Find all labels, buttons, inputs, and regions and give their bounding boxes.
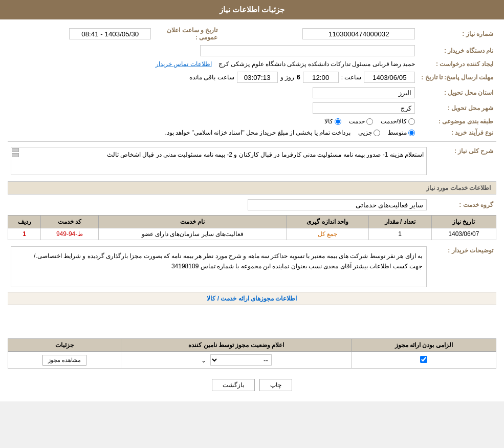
goruh-label: گروه خدمت : <box>430 197 496 212</box>
col-unit: واحد اندازه گیری <box>287 216 368 228</box>
mojoz-header-row: الزامی بودن ارائه مجوز اعلام وضعیت مجوز … <box>8 339 496 352</box>
info-table: شماره نیاز : تاریخ و ساعت اعلان عمومی : … <box>8 25 496 138</box>
radio-khedmat[interactable]: خدمت <box>349 118 373 125</box>
sharh-wrapper: استعلام هزینه 1- صدور بیمه نامه مسئولیت … <box>11 147 427 175</box>
radio-motevaset[interactable]: متوسط <box>388 129 415 136</box>
ostan-label: استان محل تحویل : <box>418 85 496 100</box>
shahr-input[interactable] <box>313 102 415 114</box>
cell-eslam: -- ⌄ <box>121 352 352 369</box>
cell-joziat: مشاهده مجوز <box>8 352 121 369</box>
ettelaat-link[interactable]: اطلاعات تماس خریدار <box>156 60 212 68</box>
cell-elzami <box>352 352 496 369</box>
bazgasht-button[interactable]: بازگشت <box>212 379 255 391</box>
row-goruh: گروه خدمت : <box>8 197 496 212</box>
col-joziat: جزئیات <box>8 339 121 352</box>
empty-area <box>8 308 496 338</box>
cell-radif: 1 <box>8 228 41 240</box>
shahr-label: شهر محل تحویل : <box>418 100 496 116</box>
col-elzami: الزامی بودن ارائه مجوز <box>352 339 496 352</box>
row-namdastgah: نام دستگاه خریدار : دانشکده پزشکی دانشگا… <box>8 43 496 58</box>
baghimande-label: ساعت باقی مانده <box>189 74 234 81</box>
radio-kala[interactable]: کالا <box>324 118 341 125</box>
cell-tarikh: 1403/06/07 <box>431 228 496 240</box>
tarikh-label: تاریخ و ساعت اعلان عمومی : <box>167 27 217 41</box>
tabaqe-label: طبقه بندی موضوعی : <box>418 116 496 127</box>
view-mojoz-button[interactable]: مشاهده مجوز <box>42 355 86 366</box>
footer-buttons: چاپ بازگشت <box>8 374 496 396</box>
tarikh-input[interactable] <box>69 28 151 39</box>
purchase-type-row: متوسط جزیی پرداخت تمام یا بخشی از مبلغ خ… <box>11 129 415 136</box>
ijad-value: حمید رضا قربانی مسئول تدارکات دانشکده پز… <box>218 60 415 68</box>
elzami-checkbox[interactable] <box>420 356 427 363</box>
col-kod: کد خدمت <box>41 216 99 228</box>
mojoz-row: -- ⌄ مشاهده مجوز <box>8 352 496 369</box>
baghimande-input[interactable] <box>237 72 278 83</box>
row-shahr: شهر محل تحویل : <box>8 100 496 116</box>
khedmat-section-header: اطلاعات خدمات مورد نیاز <box>8 181 496 195</box>
radio-jozi[interactable]: جزیی <box>358 129 380 136</box>
goruh-table: گروه خدمت : <box>8 197 496 212</box>
date-input[interactable] <box>364 72 415 83</box>
services-table: تاریخ نیاز تعداد / مقدار واحد اندازه گیر… <box>8 215 496 240</box>
saat-input[interactable] <box>303 72 339 83</box>
goruh-input[interactable] <box>248 199 427 210</box>
cell-unit: جمع کل <box>287 228 368 240</box>
tozihat-value: به ازای هر نفر توسط شرکت های بیمه معتبر … <box>11 246 427 287</box>
main-content: شماره نیاز : تاریخ و ساعت اعلان عمومی : … <box>0 19 504 401</box>
tabaqe-radio-group: کالا/خدمت خدمت کالا <box>11 118 415 125</box>
namdastgah-input[interactable]: دانشکده پزشکی دانشگاه علوم پزشکی کرج <box>200 45 415 56</box>
row-nofarayand: نوع فرآیند خرید : متوسط جزیی پرداخت تمام… <box>8 127 496 138</box>
namdastgah-label: نام دستگاه خریدار : <box>418 43 496 58</box>
chap-button[interactable]: چاپ <box>259 379 292 391</box>
scroll-down-btn[interactable] <box>12 153 19 157</box>
farayand-note: پرداخت تمام یا بخشی از مبلغ خریداز محل "… <box>165 129 350 136</box>
sharh-table: شرح کلی نیاز : استعلام هزینه 1- صدور بیم… <box>8 145 496 177</box>
nofarayand-label: نوع فرآیند خرید : <box>418 127 496 138</box>
shomare-value <box>221 25 418 43</box>
row-ijad: ایجاد کننده درخواست : حمید رضا قربانی مس… <box>8 58 496 70</box>
col-tarikh: تاریخ نیاز <box>431 216 496 228</box>
row-mohlat: مهلت ارسال پاسخ: تا تاریخ : ساعت : 6 روز… <box>8 70 496 85</box>
ijad-label: ایجاد کننده درخواست : <box>418 58 496 70</box>
table-row: 1403/06/07 1 جمع کل فعالیت‌های سایر سازم… <box>8 228 496 240</box>
cell-tedad: 1 <box>368 228 431 240</box>
divider1 <box>8 141 496 142</box>
cell-kod: ط-94-949 <box>41 228 99 240</box>
ostan-input[interactable] <box>313 87 415 98</box>
col-radif: ردیف <box>8 216 41 228</box>
row-shomare: شماره نیاز : تاریخ و ساعت اعلان عمومی : <box>8 25 496 43</box>
col-eslam: اعلام وضعیت مجوز توسط نامین کننده <box>121 339 352 352</box>
rooz-value: 6 <box>297 74 300 81</box>
mojoz-table: الزامی بودن ارائه مجوز اعلام وضعیت مجوز … <box>8 338 496 369</box>
rooz-label: روز و <box>280 74 294 81</box>
sharh-value: استعلام هزینه 1- صدور بیمه نامه مسئولیت … <box>11 147 427 175</box>
shomare-input[interactable] <box>302 28 415 39</box>
saat-label: ساعت : <box>341 74 362 81</box>
row-ostan: استان محل تحویل : <box>8 85 496 100</box>
col-tedad: تعداد / مقدار <box>368 216 431 228</box>
tozihat-table: توضیحات خریدار : به ازای هر نفر توسط شرک… <box>8 244 496 289</box>
services-header-row: تاریخ نیاز تعداد / مقدار واحد اندازه گیر… <box>8 216 496 228</box>
page-title: جزئیات اطلاعات نیاز <box>220 5 284 14</box>
tozihat-label: توضیحات خریدار : <box>430 244 496 289</box>
shomare-label: شماره نیاز : <box>418 25 496 43</box>
page-wrapper: جزئیات اطلاعات نیاز شماره نیاز : تاریخ و… <box>0 0 504 401</box>
mohlat-label: مهلت ارسال پاسخ: تا تاریخ : <box>418 70 496 85</box>
mojoz-section-header: اطلاعات مجوزهای ارائه خدمت / کالا <box>8 292 496 305</box>
row-sharh: شرح کلی نیاز : استعلام هزینه 1- صدور بیم… <box>8 145 496 177</box>
date-row: ساعت : 6 روز و ساعت باقی مانده <box>11 72 415 83</box>
scroll-up-btn[interactable] <box>12 148 19 152</box>
row-tozihat: توضیحات خریدار : به ازای هر نفر توسط شرک… <box>8 244 496 289</box>
sharh-label: شرح کلی نیاز : <box>430 145 496 177</box>
row-tabaqe: طبقه بندی موضوعی : کالا/خدمت خدمت <box>8 116 496 127</box>
cell-name: فعالیت‌های سایر سازمان‌های دارای عضو <box>99 228 287 240</box>
page-header: جزئیات اطلاعات نیاز <box>0 0 504 19</box>
radio-kala-khedmat[interactable]: کالا/خدمت <box>381 118 415 125</box>
eslam-select[interactable]: -- <box>210 354 272 366</box>
col-name: نام خدمت <box>99 216 287 228</box>
